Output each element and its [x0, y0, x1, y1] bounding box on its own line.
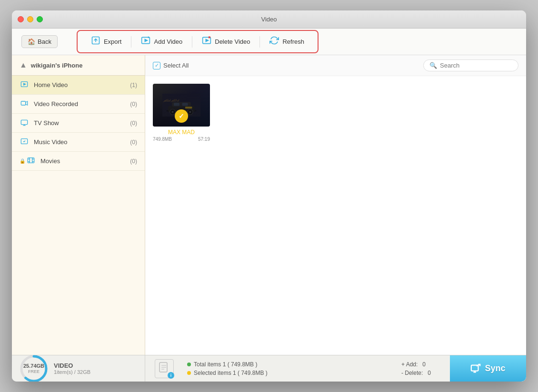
sidebar-item-movies[interactable]: 🔒 Movies (0) [12, 152, 145, 171]
music-video-label: Music Video [34, 138, 68, 146]
movies-label: Movies [40, 157, 60, 165]
search-icon: 🔍 [429, 62, 437, 69]
minimize-button[interactable] [27, 16, 33, 22]
info-badge: i [168, 372, 174, 379]
music-video-count: (0) [130, 139, 137, 146]
select-all-label: Select All [163, 62, 189, 69]
tv-show-icon [20, 118, 29, 127]
close-button[interactable] [18, 16, 24, 22]
lock-icon: 🔒 [20, 158, 25, 164]
titlebar: Video [12, 10, 526, 29]
info-icon-box: i [155, 359, 174, 378]
selected-items-line: Selected items 1 ( 749.8MB ) [187, 370, 379, 376]
home-icon: 🏠 [28, 38, 35, 45]
video-thumbnail: امالكفراملكفر ✓ [153, 84, 210, 127]
export-button[interactable]: Export [81, 33, 131, 50]
selected-dot [187, 371, 191, 375]
svg-rect-18 [28, 158, 34, 163]
app-window: Video 🏠 Back Export [12, 10, 526, 382]
bottom-stats: Total items 1 ( 749.8MB ) Selected items… [179, 361, 386, 376]
sidebar-item-music-video[interactable]: Music Video (0) [12, 133, 145, 152]
add-video-icon [141, 36, 150, 48]
total-dot [187, 363, 191, 366]
device-sub-label: 1item(s) / 32GB [54, 369, 90, 375]
home-video-count: (1) [130, 82, 137, 88]
refresh-label: Refresh [282, 38, 304, 45]
svg-marker-3 [145, 39, 148, 42]
selected-items-text: Selected items 1 ( 749.8MB ) [194, 370, 268, 376]
add-line: + Add: 0 [401, 361, 431, 368]
video-title: MAX MAD [153, 129, 210, 136]
delete-video-icon [202, 36, 211, 48]
storage-text: 25.74GB FREE [23, 363, 44, 374]
video-recorded-icon [20, 99, 29, 108]
movies-count: (0) [130, 158, 137, 165]
maximize-button[interactable] [37, 16, 43, 22]
add-video-label: Add Video [154, 38, 182, 45]
music-video-icon [20, 137, 29, 147]
total-items-text: Total items 1 ( 749.8MB ) [194, 361, 257, 368]
total-items-line: Total items 1 ( 749.8MB ) [187, 361, 379, 368]
device-header: ▲ wikigain's iPhone [12, 55, 145, 76]
video-size: 749.8MB [153, 137, 172, 142]
svg-marker-7 [206, 39, 209, 42]
video-recorded-count: (0) [130, 101, 137, 108]
add-label: + Add: [401, 361, 418, 368]
sync-button[interactable]: Sync [450, 355, 526, 382]
content-area: ✓ Select All 🔍 [145, 55, 526, 355]
video-recorded-label: Video Recorded [34, 100, 78, 108]
export-label: Export [104, 38, 122, 45]
video-meta: 749.8MB 57:19 [153, 137, 210, 142]
delete-value: 0 [428, 370, 431, 376]
svg-marker-13 [26, 101, 28, 105]
add-video-button[interactable]: Add Video [131, 33, 192, 50]
refresh-icon [269, 36, 279, 48]
select-all-control[interactable]: ✓ Select All [153, 62, 189, 69]
delete-video-button[interactable]: Delete Video [192, 33, 259, 50]
tv-show-label: TV Show [34, 119, 59, 127]
traffic-lights [18, 16, 43, 22]
sidebar-item-tv-show[interactable]: TV Show (0) [12, 114, 145, 133]
content-toolbar: ✓ Select All 🔍 [145, 55, 526, 76]
home-video-icon [20, 80, 29, 89]
device-name: wikigain's iPhone [31, 62, 83, 69]
storage-circle-container: 25.74GB FREE [20, 354, 48, 382]
window-title: Video [261, 16, 277, 23]
toolbar: 🏠 Back Export [12, 29, 526, 55]
export-icon [91, 36, 100, 48]
main-content: ▲ wikigain's iPhone Home Video (1) [12, 55, 526, 355]
video-card-max-mad[interactable]: امالكفراملكفر ✓ MAX MAD 749.8MB 57:19 [153, 84, 210, 142]
add-value: 0 [422, 361, 426, 368]
sidebar-item-home-video[interactable]: Home Video (1) [12, 76, 145, 95]
bottom-middle: i Total items 1 ( 749.8MB ) Selected ite… [145, 359, 450, 378]
sync-icon [470, 363, 481, 374]
select-all-checkbox[interactable]: ✓ [153, 62, 160, 69]
content-grid: امالكفراملكفر ✓ MAX MAD 749.8MB 57:19 [145, 76, 526, 355]
back-label: Back [38, 38, 51, 45]
delete-video-label: Delete Video [215, 38, 250, 45]
refresh-button[interactable]: Refresh [260, 33, 314, 50]
sync-label: Sync [485, 363, 505, 373]
movies-icon [26, 157, 36, 166]
delete-line: - Delete: 0 [401, 370, 431, 376]
tv-show-count: (0) [130, 120, 137, 127]
device-label: VIDEO 1item(s) / 32GB [54, 362, 90, 375]
toolbar-actions: Export Add Video [77, 30, 319, 53]
video-duration: 57:19 [198, 137, 210, 142]
selected-check: ✓ [175, 109, 188, 123]
sidebar-item-video-recorded[interactable]: Video Recorded (0) [12, 95, 145, 114]
search-box[interactable]: 🔍 [423, 59, 518, 71]
device-icon: ▲ [20, 61, 27, 69]
storage-free: FREE [23, 369, 44, 374]
add-delete-info: + Add: 0 - Delete: 0 [392, 361, 440, 376]
search-input[interactable] [440, 62, 512, 69]
bottom-device-info: 25.74GB FREE VIDEO 1item(s) / 32GB [12, 355, 145, 382]
home-video-label: Home Video [34, 81, 68, 88]
bottom-bar: 25.74GB FREE VIDEO 1item(s) / 32GB i [12, 355, 526, 382]
storage-gb: 25.74GB [23, 363, 44, 369]
svg-marker-11 [24, 83, 26, 85]
back-button[interactable]: 🏠 Back [21, 35, 58, 48]
sidebar: ▲ wikigain's iPhone Home Video (1) [12, 55, 145, 355]
delete-label: - Delete: [401, 370, 423, 376]
svg-rect-14 [21, 120, 27, 124]
